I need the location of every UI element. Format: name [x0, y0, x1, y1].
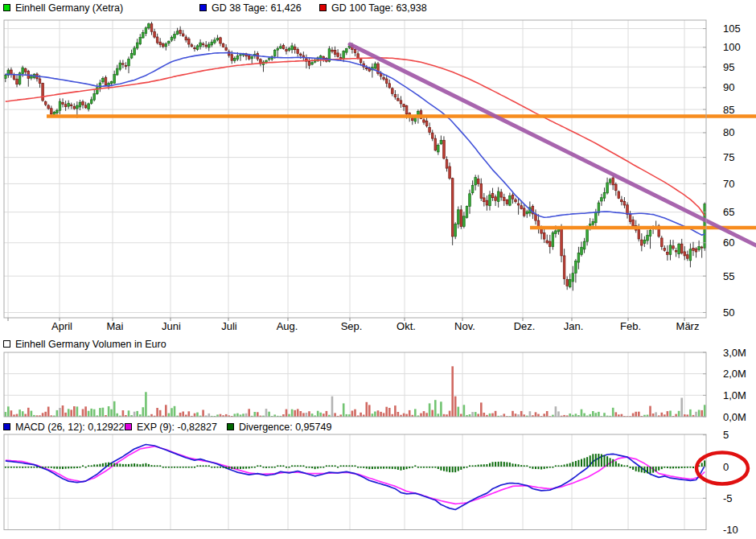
legend-item-exp9[interactable]: EXP (9): -0,82827 — [125, 422, 217, 432]
legend-item-gd100[interactable]: GD 100 Tage: 63,938 — [319, 2, 427, 13]
svg-text:60: 60 — [723, 237, 734, 249]
series-swatch-icon — [199, 4, 207, 11]
svg-text:3,0M: 3,0M — [723, 347, 746, 359]
legend-item-divergence[interactable]: Divergence: 0,95749 — [227, 422, 331, 432]
chart-canvas: 10510095908580757065605550AprilMaiJuniJu… — [0, 0, 756, 539]
svg-text:95: 95 — [723, 61, 734, 73]
svg-text:Okt.: Okt. — [396, 320, 416, 332]
svg-text:Sep.: Sep. — [341, 320, 363, 332]
svg-text:1,0M: 1,0M — [723, 389, 746, 401]
svg-text:2,0M: 2,0M — [723, 368, 746, 380]
volume-axis-labels: 3,0M2,0M1,0M0,0M — [703, 347, 746, 423]
svg-text:55: 55 — [723, 270, 734, 282]
svg-text:80: 80 — [723, 126, 734, 138]
svg-text:75: 75 — [723, 151, 734, 163]
svg-text:Mai: Mai — [107, 320, 124, 332]
svg-text:Juli: Juli — [221, 320, 237, 332]
svg-text:Jan.: Jan. — [564, 320, 584, 332]
macd-pane-border — [4, 434, 706, 530]
legend-label: GD 100 Tage: 63,938 — [331, 2, 427, 14]
trendline — [350, 44, 756, 245]
svg-text:-10: -10 — [723, 524, 738, 536]
svg-text:100: 100 — [723, 41, 741, 53]
stock-chart-page: 10510095908580757065605550AprilMaiJuniJu… — [0, 0, 756, 539]
svg-text:Aug.: Aug. — [277, 320, 298, 332]
svg-text:Dez.: Dez. — [514, 320, 536, 332]
highlight-circle — [696, 453, 748, 484]
svg-text:50: 50 — [723, 307, 734, 319]
svg-text:März: März — [676, 320, 700, 332]
svg-text:85: 85 — [723, 104, 734, 116]
svg-text:Nov.: Nov. — [454, 320, 475, 332]
svg-text:70: 70 — [723, 178, 734, 190]
series-swatch-icon — [3, 423, 10, 430]
series-swatch-icon — [319, 4, 327, 11]
legend-item-price-series[interactable]: Einhell Germany (Xetra) — [3, 2, 123, 13]
svg-text:5: 5 — [723, 429, 729, 441]
svg-text:65: 65 — [723, 206, 734, 218]
svg-text:90: 90 — [723, 81, 734, 93]
legend-item-macd[interactable]: MACD (26, 12): 0,12922 — [3, 422, 125, 432]
legend-item-volume[interactable]: Einhell Germany Volumen in Euro — [3, 339, 166, 349]
legend-label: Einhell Germany Volumen in Euro — [15, 339, 166, 350]
macd-lines — [6, 445, 705, 510]
legend-label: Divergence: 0,95749 — [239, 422, 331, 433]
macd-pane-grid — [4, 434, 706, 530]
svg-text:0,0M: 0,0M — [723, 411, 746, 423]
series-swatch-icon — [3, 4, 10, 11]
svg-text:April: April — [51, 320, 72, 332]
svg-text:0: 0 — [723, 461, 729, 473]
legend-label: MACD (26, 12): 0,12922 — [15, 422, 125, 433]
legend-label: GD 38 Tage: 61,426 — [212, 2, 302, 14]
candles — [5, 22, 706, 290]
legend-label: EXP (9): -0,82827 — [137, 422, 217, 433]
legend-item-gd38[interactable]: GD 38 Tage: 61,426 — [199, 2, 302, 13]
svg-text:105: 105 — [723, 23, 741, 35]
legend-label: Einhell Germany (Xetra) — [15, 2, 123, 14]
series-swatch-icon — [3, 340, 10, 348]
price-axis-labels: 10510095908580757065605550 — [703, 23, 741, 319]
svg-text:-5: -5 — [723, 492, 733, 504]
svg-text:Juni: Juni — [162, 320, 181, 332]
series-swatch-icon — [125, 423, 132, 430]
month-axis-labels: AprilMaiJuniJuliAug.Sep.Okt.Nov.Dez.Jan.… — [8, 318, 699, 332]
series-swatch-icon — [227, 423, 234, 430]
svg-text:Feb.: Feb. — [620, 320, 641, 332]
